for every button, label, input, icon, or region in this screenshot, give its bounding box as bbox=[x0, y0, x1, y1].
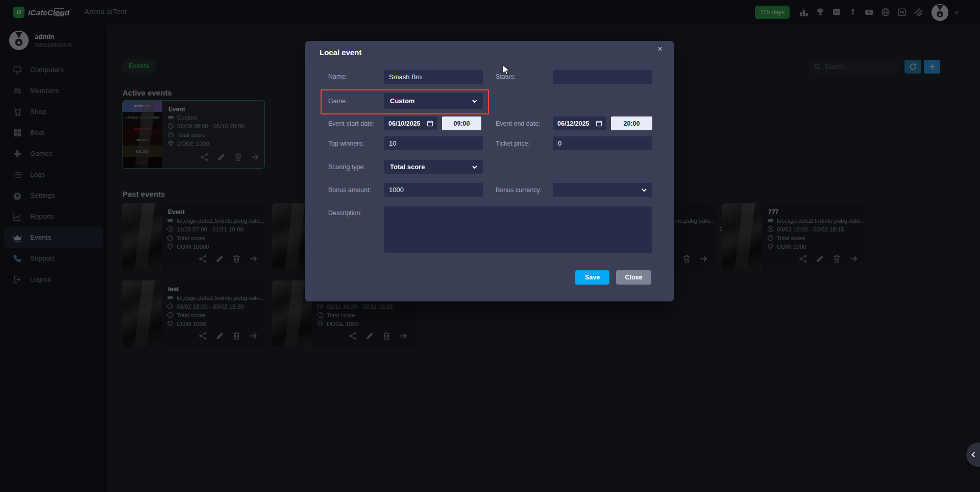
game-label: Game: bbox=[328, 98, 348, 105]
calendar-icon bbox=[427, 120, 433, 127]
local-event-modal: Local event × Name: Status: Game: Custom… bbox=[305, 41, 674, 301]
start-date-field[interactable]: 06/10/2025 bbox=[384, 116, 437, 130]
status-label: Status: bbox=[496, 73, 516, 80]
name-field[interactable] bbox=[384, 70, 483, 84]
modal-title: Local event bbox=[320, 48, 362, 57]
end-time-field[interactable]: 20:00 bbox=[611, 116, 652, 130]
name-label: Name: bbox=[328, 73, 347, 80]
game-select[interactable]: Custom bbox=[384, 93, 483, 109]
chevron-down-icon bbox=[472, 98, 478, 104]
start-time-field[interactable]: 09:00 bbox=[442, 116, 481, 130]
calendar-icon bbox=[596, 120, 602, 127]
chevron-down-icon bbox=[472, 164, 478, 170]
close-button[interactable]: Close bbox=[616, 270, 651, 285]
ticket-price-label: Ticket price: bbox=[496, 140, 530, 147]
scoring-type-label: Scoring type: bbox=[328, 163, 365, 171]
end-date-field[interactable]: 06/12/2025 bbox=[553, 116, 606, 130]
bonus-currency-select[interactable] bbox=[553, 183, 652, 197]
end-date-label: Event end date: bbox=[496, 120, 541, 127]
bonus-amount-label: Bonus amount: bbox=[328, 186, 371, 194]
chevron-down-icon bbox=[641, 187, 647, 193]
scoring-type-select[interactable]: Total score bbox=[384, 160, 483, 174]
save-button[interactable]: Save bbox=[575, 270, 609, 285]
description-label: Description: bbox=[328, 209, 362, 217]
start-date-label: Event start date: bbox=[328, 120, 375, 127]
top-winners-field[interactable] bbox=[384, 136, 483, 150]
bonus-currency-label: Bonus currency: bbox=[496, 186, 542, 194]
bonus-amount-field[interactable] bbox=[384, 183, 483, 197]
close-icon[interactable]: × bbox=[657, 44, 663, 54]
status-field[interactable] bbox=[553, 70, 652, 84]
ticket-price-field[interactable] bbox=[553, 136, 652, 150]
top-winners-label: Top winners: bbox=[328, 140, 364, 147]
description-field[interactable] bbox=[384, 206, 652, 253]
